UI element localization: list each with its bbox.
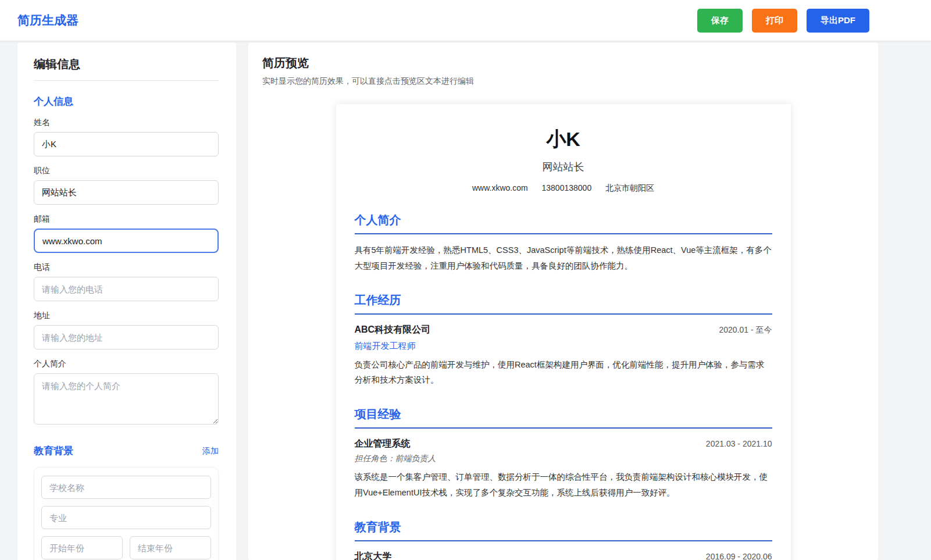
resume-summary-section: 个人简介 具有5年前端开发经验，熟悉HTML5、CSS3、JavaScript等… (355, 212, 772, 274)
save-button[interactable]: 保存 (697, 9, 743, 33)
school-name-input[interactable] (41, 476, 211, 499)
address-label: 地址 (34, 311, 219, 321)
work-entry-head: ABC科技有限公司 2020.01 - 至今 (355, 324, 772, 336)
position-input[interactable] (34, 180, 219, 205)
resume-contact-website[interactable]: www.xkwo.com (472, 183, 528, 192)
resume-contact-line: www.xkwo.com 13800138000 北京市朝阳区 (355, 183, 772, 194)
summary-text[interactable]: 具有5年前端开发经验，熟悉HTML5、CSS3、JavaScript等前端技术，… (355, 242, 772, 274)
education-section-title: 教育背景 (355, 519, 772, 541)
education-heading: 教育背景 (34, 444, 73, 458)
header-actions: 保存 打印 导出PDF (697, 9, 914, 33)
resume-contact-phone[interactable]: 13800138000 (542, 183, 592, 192)
project-name[interactable]: 企业管理系统 (355, 438, 411, 450)
education-date[interactable]: 2016.09 - 2020.06 (706, 552, 772, 560)
editor-title: 编辑信息 (34, 56, 219, 81)
work-date[interactable]: 2020.01 - 至今 (719, 325, 772, 336)
print-button[interactable]: 打印 (752, 9, 797, 33)
resume-work-section: 工作经历 ABC科技有限公司 2020.01 - 至今 前端开发工程师 负责公司… (355, 293, 772, 388)
project-entry-head: 企业管理系统 2021.03 - 2021.10 (355, 438, 772, 450)
project-date[interactable]: 2021.03 - 2021.10 (706, 439, 772, 448)
work-entry: ABC科技有限公司 2020.01 - 至今 前端开发工程师 负责公司核心产品的… (355, 324, 772, 388)
work-role[interactable]: 前端开发工程师 (355, 341, 772, 352)
year-row (41, 536, 211, 560)
summary-section-title: 个人简介 (355, 212, 772, 234)
education-entry-card (34, 467, 219, 560)
resume-projects-section: 项目经验 企业管理系统 2021.03 - 2021.10 担任角色：前端负责人… (355, 406, 772, 501)
education-school[interactable]: 北京大学 (355, 551, 392, 560)
resume-job-title[interactable]: 网站站长 (355, 160, 772, 174)
personal-info-heading: 个人信息 (34, 95, 219, 108)
preview-header: 简历预览 实时显示您的简历效果，可以直接点击预览区文本进行编辑 (248, 55, 878, 87)
phone-input[interactable] (34, 277, 219, 301)
editor-panel: 编辑信息 个人信息 姓名 职位 邮箱 电话 地址 个人简介 教育背景 添加 工作… (17, 42, 236, 560)
start-year-input[interactable] (41, 536, 123, 559)
page-content: 编辑信息 个人信息 姓名 职位 邮箱 电话 地址 个人简介 教育背景 添加 工作… (0, 41, 931, 560)
add-education-link[interactable]: 添加 (202, 446, 219, 456)
email-label: 邮箱 (34, 214, 219, 224)
email-input[interactable] (34, 229, 219, 253)
resume-name[interactable]: 小K (355, 126, 772, 153)
preview-subtitle: 实时显示您的简历效果，可以直接点击预览区文本进行编辑 (262, 76, 864, 87)
app-title: 简历生成器 (17, 12, 79, 28)
summary-textarea[interactable] (34, 373, 219, 425)
address-input[interactable] (34, 325, 219, 349)
resume-paper: 小K 网站站长 www.xkwo.com 13800138000 北京市朝阳区 … (336, 104, 791, 560)
preview-panel: 简历预览 实时显示您的简历效果，可以直接点击预览区文本进行编辑 小K 网站站长 … (248, 42, 878, 560)
projects-section-title: 项目经验 (355, 406, 772, 429)
position-label: 职位 (34, 166, 219, 176)
education-section-header: 教育背景 添加 (34, 444, 219, 458)
project-entry: 企业管理系统 2021.03 - 2021.10 担任角色：前端负责人 该系统是… (355, 438, 772, 501)
major-input[interactable] (41, 506, 211, 529)
summary-label: 个人简介 (34, 359, 219, 369)
preview-title: 简历预览 (262, 55, 864, 71)
project-role[interactable]: 担任角色：前端负责人 (355, 454, 772, 464)
name-input[interactable] (34, 132, 219, 156)
project-description[interactable]: 该系统是一个集客户管理、订单管理、数据分析于一体的综合性平台，我负责前端架构设计… (355, 469, 772, 501)
resume-education-section: 教育背景 北京大学 2016.09 - 2020.06 计算机科学与技术 - 本… (355, 519, 772, 560)
work-description[interactable]: 负责公司核心产品的前端开发与维护，使用React框架构建用户界面，优化前端性能，… (355, 357, 772, 388)
phone-label: 电话 (34, 262, 219, 273)
work-company[interactable]: ABC科技有限公司 (355, 324, 431, 336)
export-pdf-button[interactable]: 导出PDF (807, 9, 869, 33)
resume-contact-location[interactable]: 北京市朝阳区 (605, 183, 654, 192)
education-entry: 北京大学 2016.09 - 2020.06 计算机科学与技术 - 本科 (355, 551, 772, 560)
app-header: 简历生成器 保存 打印 导出PDF (0, 0, 931, 41)
name-label: 姓名 (34, 117, 219, 128)
end-year-input[interactable] (130, 536, 211, 559)
education-entry-head: 北京大学 2016.09 - 2020.06 (355, 551, 772, 560)
work-section-title: 工作经历 (355, 293, 772, 315)
